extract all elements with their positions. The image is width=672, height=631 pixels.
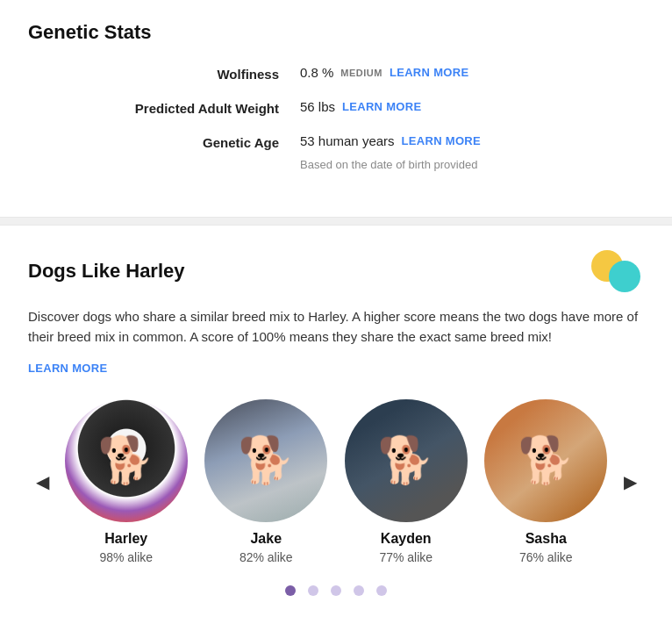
dog-alike-jake: 82% alike (239, 550, 293, 564)
dog-avatar-sasha: 🐕 (484, 399, 607, 522)
dogs-like-title: Dogs Like Harley (28, 260, 185, 283)
dogs-like-section: Dogs Like Harley Discover dogs who share… (0, 226, 672, 624)
weight-learn-more[interactable]: LEARN MORE (342, 100, 421, 113)
weight-row: Predicted Adult Weight 56 lbs LEARN MORE (28, 99, 644, 116)
section-divider (0, 217, 672, 226)
dot-2[interactable] (308, 585, 318, 596)
wolfiness-learn-more[interactable]: LEARN MORE (390, 66, 468, 79)
dogs-like-learn-more[interactable]: LEARN MORE (28, 362, 644, 375)
wolfiness-value: 0.8 % (300, 65, 333, 80)
dot-1[interactable] (285, 585, 296, 596)
genetic-stats-title: Genetic Stats (28, 21, 644, 44)
wolfiness-row: Wolfiness 0.8 % MEDIUM LEARN MORE (28, 65, 644, 82)
dog-card-jake: 🐕 Jake 82% alike (197, 399, 337, 564)
overlap-circles-icon (591, 250, 644, 292)
dog-alike-harley: 98% alike (99, 550, 153, 564)
dog-card-kayden: 🐕 Kayden 77% alike (336, 399, 476, 564)
weight-value-container: 56 lbs LEARN MORE (300, 99, 421, 114)
dogs-like-header: Dogs Like Harley (28, 250, 644, 292)
dot-5[interactable] (376, 585, 387, 596)
carousel-dots (28, 585, 644, 596)
dog-card-sasha: 🐕 Sasha 76% alike (476, 399, 617, 564)
wolfiness-badge: MEDIUM (340, 68, 382, 78)
dog-name-sasha: Sasha (525, 531, 567, 547)
genetic-age-label: Genetic Age (28, 133, 300, 150)
dog-alike-sasha: 76% alike (519, 550, 573, 564)
dog-avatar-jake: 🐕 (204, 399, 327, 522)
genetic-age-row: Genetic Age 53 human years LEARN MORE Ba… (28, 133, 644, 171)
genetic-age-learn-more[interactable]: LEARN MORE (402, 134, 481, 147)
wolfiness-value-container: 0.8 % MEDIUM LEARN MORE (300, 65, 468, 80)
genetic-age-value: 53 human years (300, 133, 395, 148)
dogs-like-description: Discover dogs who share a similar breed … (28, 306, 644, 348)
dog-card-harley: 🐕 Harley 98% alike (56, 399, 197, 564)
dogs-carousel: ◀ 🐕 Harley 98% alike 🐕 Jake 82% alike (28, 399, 644, 564)
dog-avatar-harley: 🐕 (65, 399, 188, 522)
next-arrow[interactable]: ▶ (616, 468, 644, 496)
dog-alike-kayden: 77% alike (379, 550, 433, 564)
dogs-grid: 🐕 Harley 98% alike 🐕 Jake 82% alike 🐕 Ka… (56, 399, 616, 564)
prev-arrow[interactable]: ◀ (28, 468, 56, 496)
dog-avatar-kayden: 🐕 (345, 399, 468, 522)
genetic-stats-section: Genetic Stats Wolfiness 0.8 % MEDIUM LEA… (0, 0, 672, 217)
dot-4[interactable] (354, 585, 364, 596)
dog-name-kayden: Kayden (381, 531, 432, 547)
weight-label: Predicted Adult Weight (28, 99, 300, 116)
weight-value: 56 lbs (300, 99, 335, 114)
genetic-age-subtext: Based on the date of birth provided (300, 158, 477, 171)
circle-teal (609, 261, 640, 292)
dog-name-jake: Jake (250, 531, 282, 547)
wolfiness-label: Wolfiness (28, 65, 300, 82)
genetic-age-value-container: 53 human years LEARN MORE Based on the d… (300, 133, 481, 171)
dog-name-harley: Harley (104, 531, 147, 547)
dot-3[interactable] (331, 585, 341, 596)
